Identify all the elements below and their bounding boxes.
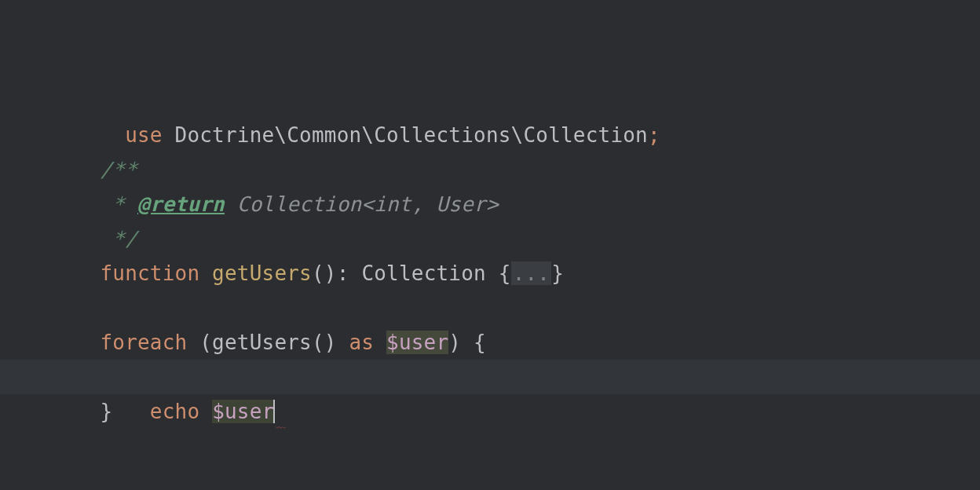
namespace-path: Doctrine\Common\Collections\Collection — [175, 123, 648, 147]
function-name: getUsers — [212, 261, 312, 285]
call-parens: () — [312, 331, 349, 354]
function-call: getUsers — [212, 331, 312, 354]
code-line[interactable]: foreach (getUsers() as $user) { — [50, 291, 980, 325]
return-type: Collection — [361, 261, 498, 285]
docblock-tag-return: @return — [137, 192, 225, 216]
keyword-as: as — [349, 331, 387, 354]
code-line[interactable]: * @return Collection<int, User> — [50, 152, 980, 187]
code-line-blank[interactable] — [50, 83, 980, 118]
brace-open: { — [499, 261, 511, 285]
code-line[interactable]: } — [50, 360, 980, 394]
colon: : — [337, 261, 362, 285]
docblock-open: /** — [100, 158, 137, 181]
brace-close: } — [551, 261, 564, 285]
docblock-star: * — [100, 192, 137, 216]
variable-user: $user — [212, 400, 274, 423]
docblock-close: */ — [100, 227, 137, 250]
parens: () — [312, 261, 337, 285]
code-line[interactable]: use Doctrine\Common\Collections\Collecti… — [50, 49, 980, 83]
variable-user: $user — [386, 331, 448, 354]
semicolon: ; — [648, 123, 660, 147]
keyword-function: function — [100, 261, 212, 285]
paren-open: ( — [199, 331, 212, 354]
keyword-use: use — [125, 123, 174, 147]
keyword-echo: echo — [150, 400, 212, 423]
error-squiggle-icon: ﹏ — [276, 407, 285, 441]
keyword-foreach: foreach — [100, 331, 199, 354]
foreach-close: ) { — [448, 331, 486, 354]
code-editor[interactable]: use Doctrine\Common\Collections\Collecti… — [0, 0, 980, 394]
brace-close: } — [100, 400, 112, 423]
docblock-type: Collection<int, User> — [225, 192, 499, 216]
code-fold-ellipsis-icon[interactable]: ... — [511, 261, 552, 285]
code-line[interactable]: function getUsers(): Collection {...} — [50, 221, 980, 256]
